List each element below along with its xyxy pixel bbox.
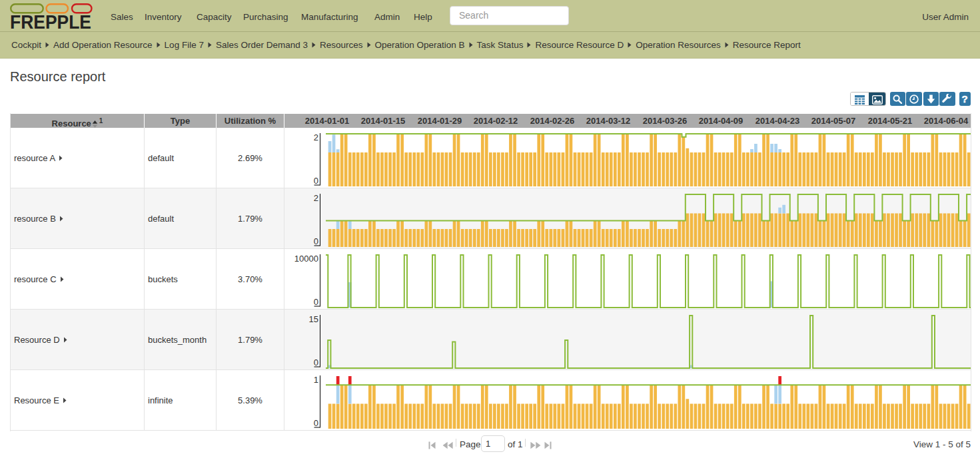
svg-text:0: 0 <box>314 357 318 367</box>
svg-text:0: 0 <box>314 176 318 186</box>
svg-text:2: 2 <box>314 132 318 142</box>
svg-text:?: ? <box>961 94 967 105</box>
svg-text:2: 2 <box>314 193 318 203</box>
svg-text:0: 0 <box>314 418 318 428</box>
svg-text:0: 0 <box>314 236 318 246</box>
svg-text:10000: 10000 <box>294 254 318 264</box>
svg-text:0: 0 <box>314 297 318 307</box>
svg-text:15: 15 <box>309 314 318 324</box>
svg-text:1: 1 <box>314 375 318 385</box>
svg-text:FREPPLE: FREPPLE <box>10 11 91 31</box>
